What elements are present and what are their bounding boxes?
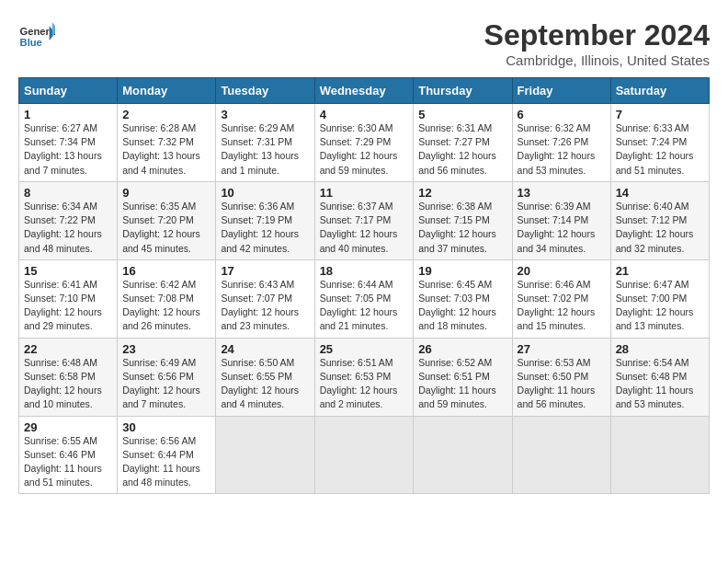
day-info: Sunrise: 6:52 AMSunset: 6:51 PMDaylight:… (418, 357, 496, 410)
calendar-cell: 14 Sunrise: 6:40 AMSunset: 7:12 PMDaylig… (610, 181, 709, 259)
day-header-tuesday: Tuesday (216, 78, 314, 104)
calendar-cell: 10 Sunrise: 6:36 AMSunset: 7:19 PMDaylig… (216, 181, 314, 259)
day-info: Sunrise: 6:41 AMSunset: 7:10 PMDaylight:… (24, 279, 102, 332)
calendar-cell: 26 Sunrise: 6:52 AMSunset: 6:51 PMDaylig… (414, 338, 512, 416)
day-number: 17 (221, 264, 309, 278)
calendar-cell: 7 Sunrise: 6:33 AMSunset: 7:24 PMDayligh… (610, 104, 709, 182)
calendar-cell: 23 Sunrise: 6:49 AMSunset: 6:56 PMDaylig… (118, 338, 216, 416)
day-number: 22 (24, 342, 112, 356)
day-number: 27 (518, 342, 606, 356)
calendar-table: SundayMondayTuesdayWednesdayThursdayFrid… (18, 77, 710, 494)
calendar-cell: 15 Sunrise: 6:41 AMSunset: 7:10 PMDaylig… (19, 259, 118, 338)
day-number: 15 (24, 264, 112, 278)
day-number: 13 (518, 186, 606, 200)
calendar-cell: 29 Sunrise: 6:55 AMSunset: 6:46 PMDaylig… (19, 416, 118, 494)
day-number: 23 (122, 342, 210, 356)
day-header-sunday: Sunday (19, 78, 118, 104)
calendar-cell: 17 Sunrise: 6:43 AMSunset: 7:07 PMDaylig… (216, 259, 314, 338)
day-number: 16 (122, 264, 210, 278)
day-info: Sunrise: 6:54 AMSunset: 6:48 PMDaylight:… (616, 357, 694, 410)
day-info: Sunrise: 6:33 AMSunset: 7:24 PMDaylight:… (616, 122, 694, 176)
calendar-cell: 3 Sunrise: 6:29 AMSunset: 7:31 PMDayligh… (216, 104, 314, 182)
calendar-cell: 28 Sunrise: 6:54 AMSunset: 6:48 PMDaylig… (610, 338, 709, 416)
day-header-monday: Monday (118, 78, 216, 104)
calendar-cell: 5 Sunrise: 6:31 AMSunset: 7:27 PMDayligh… (414, 104, 512, 182)
day-number: 6 (518, 108, 606, 121)
day-info: Sunrise: 6:35 AMSunset: 7:20 PMDaylight:… (122, 201, 200, 254)
day-number: 10 (221, 186, 309, 200)
calendar-cell (414, 416, 512, 494)
day-header-wednesday: Wednesday (314, 78, 414, 104)
day-info: Sunrise: 6:51 AMSunset: 6:53 PMDaylight:… (320, 357, 398, 410)
logo-icon: General Blue (18, 18, 55, 55)
day-info: Sunrise: 6:55 AMSunset: 6:46 PMDaylight:… (24, 435, 102, 488)
day-number: 14 (616, 186, 704, 200)
day-info: Sunrise: 6:39 AMSunset: 7:14 PMDaylight:… (518, 201, 596, 254)
day-number: 25 (320, 342, 409, 356)
calendar-cell: 16 Sunrise: 6:42 AMSunset: 7:08 PMDaylig… (118, 259, 216, 338)
day-info: Sunrise: 6:44 AMSunset: 7:05 PMDaylight:… (320, 279, 398, 332)
calendar-cell: 20 Sunrise: 6:46 AMSunset: 7:02 PMDaylig… (512, 259, 610, 338)
day-header-thursday: Thursday (414, 78, 512, 104)
calendar-cell: 11 Sunrise: 6:37 AMSunset: 7:17 PMDaylig… (314, 181, 414, 259)
calendar-cell: 1 Sunrise: 6:27 AMSunset: 7:34 PMDayligh… (19, 104, 118, 182)
page-subtitle: Cambridge, Illinois, United States (484, 52, 710, 68)
day-info: Sunrise: 6:48 AMSunset: 6:58 PMDaylight:… (24, 357, 102, 410)
calendar-cell: 8 Sunrise: 6:34 AMSunset: 7:22 PMDayligh… (19, 181, 118, 259)
calendar-cell: 27 Sunrise: 6:53 AMSunset: 6:50 PMDaylig… (512, 338, 610, 416)
calendar-week-row: 1 Sunrise: 6:27 AMSunset: 7:34 PMDayligh… (19, 104, 710, 182)
day-number: 18 (320, 264, 409, 278)
day-number: 3 (221, 108, 309, 121)
day-number: 1 (24, 108, 112, 121)
day-number: 7 (616, 108, 704, 121)
day-number: 26 (418, 342, 506, 356)
calendar-cell (216, 416, 314, 494)
day-info: Sunrise: 6:45 AMSunset: 7:03 PMDaylight:… (418, 279, 496, 332)
calendar-week-row: 15 Sunrise: 6:41 AMSunset: 7:10 PMDaylig… (19, 259, 710, 338)
day-number: 24 (221, 342, 309, 356)
day-number: 9 (122, 186, 210, 200)
title-area: September 2024 Cambridge, Illinois, Unit… (484, 18, 710, 68)
calendar-cell: 22 Sunrise: 6:48 AMSunset: 6:58 PMDaylig… (19, 338, 118, 416)
calendar-cell: 9 Sunrise: 6:35 AMSunset: 7:20 PMDayligh… (118, 181, 216, 259)
day-number: 2 (122, 108, 210, 121)
day-info: Sunrise: 6:40 AMSunset: 7:12 PMDaylight:… (616, 201, 694, 254)
day-info: Sunrise: 6:37 AMSunset: 7:17 PMDaylight:… (320, 201, 398, 254)
day-number: 20 (518, 264, 606, 278)
day-header-friday: Friday (512, 78, 610, 104)
calendar-cell: 12 Sunrise: 6:38 AMSunset: 7:15 PMDaylig… (414, 181, 512, 259)
calendar-cell: 19 Sunrise: 6:45 AMSunset: 7:03 PMDaylig… (414, 259, 512, 338)
day-info: Sunrise: 6:30 AMSunset: 7:29 PMDaylight:… (320, 122, 398, 176)
day-info: Sunrise: 6:49 AMSunset: 6:56 PMDaylight:… (122, 357, 200, 410)
page-header: General Blue September 2024 Cambridge, I… (18, 18, 710, 68)
calendar-cell: 2 Sunrise: 6:28 AMSunset: 7:32 PMDayligh… (118, 104, 216, 182)
day-info: Sunrise: 6:50 AMSunset: 6:55 PMDaylight:… (221, 357, 299, 410)
calendar-cell (314, 416, 414, 494)
day-info: Sunrise: 6:28 AMSunset: 7:32 PMDaylight:… (122, 122, 200, 176)
day-info: Sunrise: 6:43 AMSunset: 7:07 PMDaylight:… (221, 279, 299, 332)
day-info: Sunrise: 6:36 AMSunset: 7:19 PMDaylight:… (221, 201, 299, 254)
calendar-cell: 25 Sunrise: 6:51 AMSunset: 6:53 PMDaylig… (314, 338, 414, 416)
logo: General Blue (18, 18, 55, 55)
calendar-cell: 30 Sunrise: 6:56 AMSunset: 6:44 PMDaylig… (118, 416, 216, 494)
calendar-week-row: 22 Sunrise: 6:48 AMSunset: 6:58 PMDaylig… (19, 338, 710, 416)
calendar-header-row: SundayMondayTuesdayWednesdayThursdayFrid… (19, 78, 710, 104)
day-number: 4 (320, 108, 409, 121)
day-info: Sunrise: 6:53 AMSunset: 6:50 PMDaylight:… (518, 357, 596, 410)
day-info: Sunrise: 6:47 AMSunset: 7:00 PMDaylight:… (616, 279, 694, 332)
page-title: September 2024 (484, 18, 710, 52)
calendar-week-row: 29 Sunrise: 6:55 AMSunset: 6:46 PMDaylig… (19, 416, 710, 494)
day-number: 21 (616, 264, 704, 278)
day-number: 30 (122, 420, 210, 434)
calendar-cell: 13 Sunrise: 6:39 AMSunset: 7:14 PMDaylig… (512, 181, 610, 259)
day-number: 28 (616, 342, 704, 356)
calendar-cell: 4 Sunrise: 6:30 AMSunset: 7:29 PMDayligh… (314, 104, 414, 182)
day-info: Sunrise: 6:32 AMSunset: 7:26 PMDaylight:… (518, 122, 596, 176)
day-info: Sunrise: 6:42 AMSunset: 7:08 PMDaylight:… (122, 279, 200, 332)
calendar-cell (512, 416, 610, 494)
day-number: 5 (418, 108, 506, 121)
day-number: 29 (24, 420, 112, 434)
calendar-cell: 24 Sunrise: 6:50 AMSunset: 6:55 PMDaylig… (216, 338, 314, 416)
day-header-saturday: Saturday (610, 78, 709, 104)
calendar-cell: 21 Sunrise: 6:47 AMSunset: 7:00 PMDaylig… (610, 259, 709, 338)
